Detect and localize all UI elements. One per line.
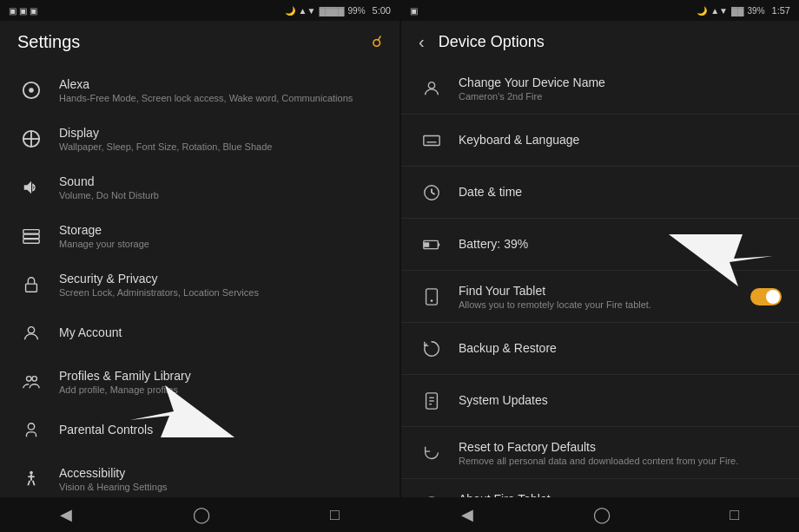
accessibility-title: Accessibility — [59, 466, 382, 480]
devicename-icon — [419, 76, 445, 102]
abouttablet-title: About Fire Tablet — [459, 492, 782, 498]
left-battery-level: 99% — [348, 6, 366, 16]
storage-icon — [17, 222, 45, 250]
factoryreset-text: Reset to Factory Defaults Remove all per… — [459, 440, 782, 466]
right-status-right: 🌙 ▲▼ ▓▓ 39% 1:57 — [697, 5, 790, 16]
parental-icon — [17, 417, 45, 444]
profiles-subtitle: Add profile, Manage profiles — [59, 384, 382, 395]
svg-point-41 — [431, 299, 433, 302]
devicename-title: Change Your Device Name — [459, 76, 782, 89]
back-button[interactable]: ‹ — [415, 29, 428, 56]
left-status-right: 🌙 ▲▼ ▓▓▓▓ 99% 5:00 — [285, 5, 391, 16]
right-app-bar: ‹ Device Options — [401, 21, 799, 62]
right-battery-level: 39% — [748, 6, 765, 16]
right-status-bar: ▣ 🌙 ▲▼ ▓▓ 39% 1:57 — [401, 0, 799, 21]
back-nav-left[interactable]: ◀ — [43, 498, 89, 531]
keyboard-text: Keyboard & Language — [459, 133, 782, 148]
profiles-title: Profiles & Family Library — [59, 369, 382, 383]
findtablet-subtitle: Allows you to remotely locate your Fire … — [459, 299, 750, 310]
setting-item-myaccount[interactable]: My Account — [0, 309, 400, 358]
setting-item-storage[interactable]: Storage Manage your storage — [0, 212, 400, 260]
svg-rect-38 — [424, 242, 429, 247]
storage-title: Storage — [59, 223, 382, 237]
setting-item-sound[interactable]: Sound Volume, Do Not Disturb — [0, 163, 400, 212]
svg-rect-40 — [426, 288, 438, 304]
storage-text: Storage Manage your storage — [59, 223, 382, 249]
option-factoryreset[interactable]: Reset to Factory Defaults Remove all per… — [401, 427, 799, 479]
findtablet-icon — [419, 284, 445, 310]
svg-point-8 — [27, 377, 32, 382]
moon-icon: 🌙 — [285, 6, 295, 16]
backup-text: Backup & Restore — [459, 341, 782, 357]
sound-icon — [17, 174, 45, 201]
systemupdates-title: System Updates — [459, 393, 782, 407]
setting-item-display[interactable]: Display Wallpaper, Sleep, Font Size, Rot… — [0, 115, 400, 163]
recents-nav-right[interactable]: □ — [712, 499, 756, 531]
sim-icon: ▣ ▣ ▣ — [9, 6, 37, 16]
battery-text: Battery: 39% — [459, 237, 782, 253]
setting-item-accessibility[interactable]: Accessibility Vision & Hearing Settings — [0, 455, 400, 497]
devicename-text: Change Your Device Name Cameron's 2nd Fi… — [459, 76, 782, 102]
left-panel: ▣ ▣ ▣ 🌙 ▲▼ ▓▓▓▓ 99% 5:00 Settings ☌ Alex… — [0, 0, 400, 532]
option-findtablet[interactable]: Find Your Tablet Allows you to remotely … — [401, 271, 799, 323]
display-subtitle: Wallpaper, Sleep, Font Size, Rotation, B… — [59, 141, 382, 152]
option-backup[interactable]: Backup & Restore — [401, 323, 799, 375]
alexa-text: Alexa Hands-Free Mode, Screen lock acces… — [59, 77, 382, 103]
abouttablet-text: About Fire Tablet Fire 7 (9th generation… — [459, 492, 782, 498]
search-icon-button[interactable]: ☌ — [372, 32, 382, 51]
svg-point-11 — [30, 471, 33, 475]
back-nav-right[interactable]: ◀ — [444, 498, 491, 531]
left-app-bar: Settings ☌ — [0, 21, 400, 62]
alexa-subtitle: Hands-Free Mode, Screen lock access, Wak… — [59, 93, 382, 103]
left-bottom-nav: ◀ ◯ □ — [0, 497, 400, 532]
left-status-bar: ▣ ▣ ▣ 🌙 ▲▼ ▓▓▓▓ 99% 5:00 — [0, 0, 400, 21]
sound-subtitle: Volume, Do Not Disturb — [59, 190, 382, 200]
svg-rect-39 — [438, 243, 439, 246]
systemupdates-text: System Updates — [459, 393, 782, 409]
display-text: Display Wallpaper, Sleep, Font Size, Rot… — [59, 126, 382, 152]
setting-item-alexa[interactable]: Alexa Hands-Free Mode, Screen lock acces… — [0, 66, 400, 115]
option-systemupdates[interactable]: System Updates — [401, 375, 799, 427]
abouttablet-icon — [419, 492, 445, 498]
right-moon-icon: 🌙 — [697, 6, 707, 16]
home-nav-left[interactable]: ◯ — [175, 498, 228, 531]
devicename-subtitle: Cameron's 2nd Fire — [459, 91, 782, 102]
parental-text: Parental Controls — [59, 423, 382, 438]
right-status-left: ▣ — [410, 6, 418, 16]
option-keyboard[interactable]: Keyboard & Language — [401, 115, 799, 167]
storage-subtitle: Manage your storage — [59, 239, 382, 249]
svg-point-7 — [28, 327, 34, 333]
setting-item-profiles[interactable]: Profiles & Family Library Add profile, M… — [0, 358, 400, 406]
recents-nav-left[interactable]: □ — [313, 499, 357, 531]
findtablet-toggle[interactable] — [750, 288, 782, 305]
left-status-icons: ▣ ▣ ▣ — [9, 6, 37, 16]
svg-line-36 — [432, 193, 435, 194]
setting-item-parental[interactable]: Parental Controls — [0, 406, 400, 455]
settings-list: Alexa Hands-Free Mode, Screen lock acces… — [0, 62, 400, 497]
setting-item-security[interactable]: Security & Privacy Screen Lock, Administ… — [0, 260, 400, 309]
datetime-icon — [419, 180, 445, 206]
accessibility-icon — [17, 465, 45, 493]
backup-title: Backup & Restore — [459, 341, 782, 355]
option-abouttablet[interactable]: About Fire Tablet Fire 7 (9th generation… — [401, 479, 799, 497]
factoryreset-icon — [419, 440, 445, 466]
svg-line-15 — [33, 481, 35, 486]
home-nav-right[interactable]: ◯ — [576, 498, 628, 531]
right-time: 1:57 — [772, 5, 790, 16]
option-devicename[interactable]: Change Your Device Name Cameron's 2nd Fi… — [401, 62, 799, 115]
myaccount-title: My Account — [59, 325, 382, 339]
alexa-icon — [17, 76, 45, 104]
option-battery[interactable]: Battery: 39% — [401, 219, 799, 271]
myaccount-text: My Account — [59, 325, 382, 341]
right-bottom-nav: ◀ ◯ □ — [401, 497, 799, 532]
svg-point-27 — [428, 82, 434, 88]
security-title: Security & Privacy — [59, 272, 382, 286]
datetime-title: Date & time — [459, 185, 782, 199]
left-time: 5:00 — [373, 5, 391, 16]
sound-text: Sound Volume, Do Not Disturb — [59, 174, 382, 200]
svg-point-1 — [29, 88, 34, 93]
myaccount-icon — [17, 319, 45, 347]
right-wifi-icon: ▲▼ — [710, 6, 728, 16]
right-panel: ▣ 🌙 ▲▼ ▓▓ 39% 1:57 ‹ Device Options Chan… — [401, 0, 799, 532]
option-datetime[interactable]: Date & time — [401, 167, 799, 219]
